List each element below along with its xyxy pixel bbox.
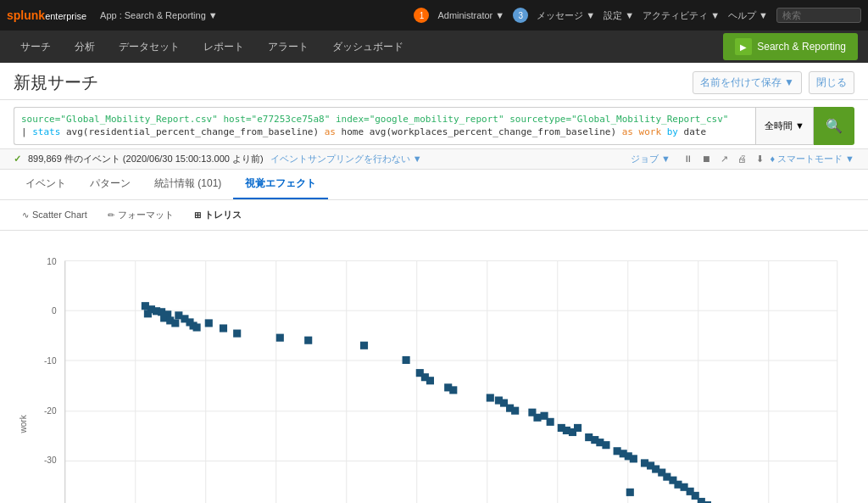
- pause-icon[interactable]: ⏸: [680, 152, 696, 165]
- sub-tab-scatter-chart[interactable]: ∿ Scatter Chart: [14, 206, 96, 223]
- svg-text:work: work: [19, 414, 28, 433]
- svg-rect-65: [426, 377, 434, 384]
- nav-item-search[interactable]: サーチ: [10, 33, 61, 61]
- search-query-line2: | stats avg(residential_percent_change_f…: [21, 126, 748, 138]
- top-navigation: splunkenterprise App : Search & Reportin…: [0, 0, 868, 31]
- svg-text:-20: -20: [44, 406, 57, 416]
- tab-statistics[interactable]: 統計情報 (101): [142, 170, 233, 199]
- svg-rect-60: [304, 336, 312, 344]
- svg-rect-76: [547, 418, 554, 426]
- jobs-button[interactable]: ジョブ ▼: [631, 154, 670, 164]
- share-icon[interactable]: ↗: [717, 152, 732, 165]
- sub-tab-format[interactable]: ✏ フォーマット: [99, 205, 182, 225]
- trellis-label: トレリス: [204, 209, 242, 221]
- main-tabs: イベント パターン 統計情報 (101) 視覚エフェクト: [0, 170, 868, 200]
- svg-rect-68: [487, 394, 494, 401]
- svg-rect-58: [233, 329, 241, 337]
- svg-rect-72: [511, 406, 519, 414]
- settings-menu[interactable]: 設定 ▼: [604, 9, 634, 22]
- page-header: 新規サーチ 名前を付けて保存 ▼ 閉じる: [0, 63, 868, 100]
- event-count: 899,869 件のイベント (2020/06/30 15:00:13.000 …: [28, 153, 264, 165]
- search-icon: 🔍: [826, 118, 843, 134]
- nav-item-datasets[interactable]: データセット: [108, 33, 190, 61]
- download-icon[interactable]: ⬇: [753, 152, 767, 165]
- svg-rect-80: [574, 424, 581, 432]
- jobs-area: ジョブ ▼ ⏸ ⏹ ↗ 🖨 ⬇ ♦ スマートモード ▼: [631, 153, 854, 165]
- svg-rect-88: [630, 455, 637, 462]
- nav-item-alerts[interactable]: アラート: [258, 33, 319, 61]
- search-query-line1: source="Global_Mobility_Report.csv" host…: [21, 113, 748, 126]
- nav-item-analysis[interactable]: 分析: [64, 33, 105, 61]
- admin-badge: 1: [414, 8, 429, 23]
- chart-area: 10 0 -10 -20 -30 -40 -50 -2.5 0 2.5 5 7.…: [0, 231, 868, 503]
- tab-visualization[interactable]: 視覚エフェクト: [233, 170, 328, 199]
- svg-rect-57: [220, 324, 227, 332]
- svg-rect-59: [276, 333, 284, 341]
- tab-events[interactable]: イベント: [14, 170, 78, 199]
- check-icon: ✓: [14, 154, 21, 165]
- svg-rect-67: [449, 386, 457, 394]
- close-button[interactable]: 閉じる: [809, 71, 854, 94]
- status-bar: ✓ 899,869 件のイベント (2020/06/30 15:00:13.00…: [0, 149, 868, 170]
- help-menu[interactable]: ヘルプ ▼: [728, 9, 768, 22]
- run-search-button[interactable]: 🔍: [814, 107, 854, 145]
- print-icon[interactable]: 🖨: [734, 152, 750, 165]
- svg-text:-10: -10: [44, 356, 57, 366]
- stop-icon[interactable]: ⏹: [698, 152, 715, 165]
- svg-rect-84: [602, 441, 609, 449]
- app-name[interactable]: App : Search & Reporting ▼: [100, 10, 218, 20]
- search-input[interactable]: [776, 8, 861, 23]
- nav-item-reports[interactable]: レポート: [193, 33, 254, 61]
- search-reporting-button[interactable]: ▶ Search & Reporting: [723, 33, 858, 60]
- time-range-button[interactable]: 全時間 ▼: [755, 107, 814, 145]
- splunk-logo: splunkenterprise: [7, 8, 86, 22]
- svg-text:0: 0: [52, 306, 57, 316]
- scatter-chart-icon: ∿: [22, 210, 29, 220]
- page-content: 新規サーチ 名前を付けて保存 ▼ 閉じる source="Global_Mobi…: [0, 63, 868, 503]
- messages-menu[interactable]: メッセージ ▼: [537, 9, 595, 22]
- search-bar-area: source="Global_Mobility_Report.csv" host…: [0, 100, 868, 149]
- svg-rect-116: [626, 489, 634, 496]
- save-as-button[interactable]: 名前を付けて保存 ▼: [693, 71, 802, 94]
- svg-rect-55: [193, 323, 201, 331]
- svg-rect-62: [403, 356, 410, 364]
- sampling-button[interactable]: イベントサンプリングを行わない ▼: [270, 153, 422, 165]
- admin-menu[interactable]: Administrator ▼: [437, 10, 504, 20]
- svg-text:-30: -30: [44, 455, 57, 465]
- sub-tab-trellis[interactable]: ⊞ トレリス: [186, 205, 250, 225]
- format-icon: ✏: [108, 210, 114, 220]
- svg-rect-56: [205, 319, 213, 327]
- svg-rect-74: [533, 414, 541, 422]
- svg-text:10: 10: [47, 256, 57, 265]
- logo-suffix: enterprise: [45, 11, 86, 21]
- search-reporting-arrow-icon: ▶: [735, 38, 752, 55]
- second-navigation: サーチ 分析 データセット レポート アラート ダッシュボード ▶ Search…: [0, 31, 868, 63]
- tab-patterns[interactable]: パターン: [78, 170, 142, 199]
- svg-rect-50: [171, 319, 179, 327]
- search-input-container[interactable]: source="Global_Mobility_Report.csv" host…: [14, 107, 755, 145]
- sub-tabs: ∿ Scatter Chart ✏ フォーマット ⊞ トレリス: [0, 200, 868, 231]
- page-title: 新規サーチ: [14, 71, 98, 94]
- page-header-actions: 名前を付けて保存 ▼ 閉じる: [693, 71, 854, 94]
- search-reporting-label: Search & Reporting: [757, 41, 846, 53]
- smart-mode-button[interactable]: ♦ スマートモード ▼: [770, 154, 854, 164]
- trellis-icon: ⊞: [194, 210, 201, 220]
- messages-badge: 3: [513, 8, 528, 23]
- svg-rect-45: [144, 310, 152, 317]
- activity-menu[interactable]: アクティビティ ▼: [643, 9, 720, 22]
- nav-item-dashboards[interactable]: ダッシュボード: [322, 33, 414, 61]
- svg-rect-61: [360, 341, 368, 349]
- format-label: フォーマット: [118, 209, 174, 221]
- scatter-chart-label: Scatter Chart: [32, 210, 87, 220]
- scatter-chart-svg: 10 0 -10 -20 -30 -40 -50 -2.5 0 2.5 5 7.…: [14, 238, 854, 503]
